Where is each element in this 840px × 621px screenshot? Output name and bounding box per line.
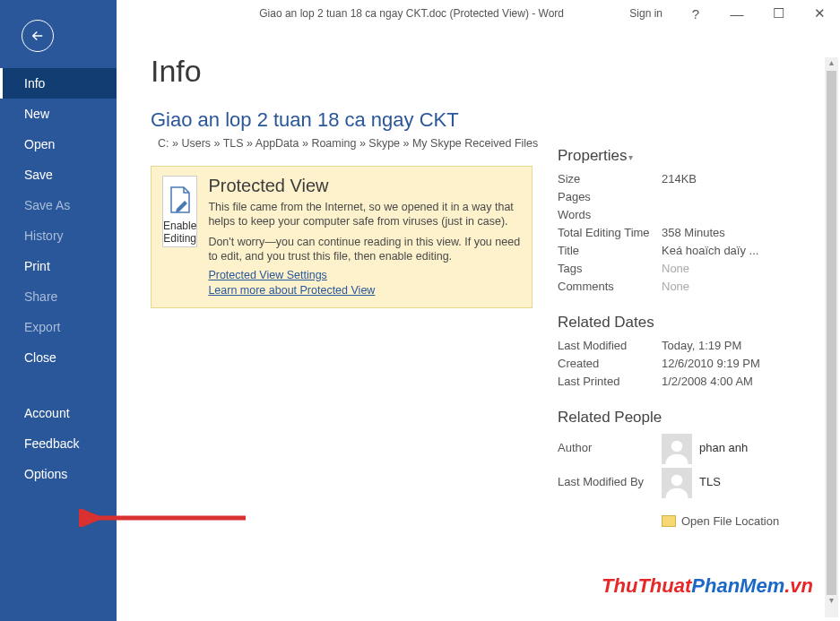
enable-label-1: Enable [163,220,196,232]
nav-share: Share [0,281,117,312]
protected-view-learn-link[interactable]: Learn more about Protected View [208,284,521,297]
svg-point-0 [671,441,683,453]
document-title: Giao an lop 2 tuan 18 ca ngay CKT [151,108,840,132]
nav-label: Options [24,467,67,481]
nav-label: History [24,229,64,243]
prop-words: Words [558,208,791,221]
enable-editing-button[interactable]: Enable Editing [162,176,197,247]
nav-label: New [24,107,49,121]
back-arrow-icon [30,28,46,44]
watermark: ThuThuatPhanMem.vn [602,574,813,598]
nav-label: Print [24,259,50,273]
prop-editing-time: Total Editing Time358 Minutes [558,226,791,239]
chevron-down-icon: ▾ [628,152,633,162]
page-heading: Info [151,54,840,89]
nav-feedback[interactable]: Feedback [0,428,117,459]
avatar-icon [662,468,692,498]
vertical-scrollbar[interactable]: ▴ ▾ [825,57,838,617]
minimize-button[interactable]: — [716,6,758,22]
nav-export: Export [0,312,117,342]
open-file-location-link[interactable]: Open File Location [662,514,791,528]
protected-view-text: Protected View This file came from the I… [208,176,521,297]
prop-comments: CommentsNone [558,280,791,293]
prop-size: Size214KB [558,172,791,185]
nav-save-as: Save As [0,190,117,220]
nav-close[interactable]: Close [0,342,117,373]
maximize-button[interactable]: ☐ [758,5,799,22]
scroll-down-icon[interactable]: ▾ [825,595,838,608]
nav-history: History [0,220,117,251]
modified-by-label: Last Modified By [558,468,662,488]
nav-new[interactable]: New [0,99,117,129]
scroll-up-icon[interactable]: ▴ [825,57,838,71]
properties-heading[interactable]: Properties▾ [558,147,791,165]
prop-pages: Pages [558,190,791,203]
svg-point-1 [671,475,683,487]
modified-by-name: TLS [699,468,721,488]
nav-label: Export [24,320,60,334]
author-label: Author [558,434,662,454]
nav-label: Close [24,350,56,365]
date-printed: Last Printed1/2/2008 4:00 AM [558,375,791,388]
related-dates-heading: Related Dates [558,314,791,332]
sign-in-link[interactable]: Sign in [617,7,675,20]
enable-editing-icon [168,185,193,214]
nav-open[interactable]: Open [0,129,117,160]
nav-label: Share [24,289,57,304]
protected-view-para2: Don't worry—you can continue reading in … [208,235,521,264]
properties-column: Properties▾ Size214KB Pages Words Total … [558,147,791,528]
nav-options[interactable]: Options [0,459,117,489]
nav-account[interactable]: Account [0,398,117,428]
nav-label: Feedback [24,436,79,451]
window-title: Giao an lop 2 tuan 18 ca ngay CKT.doc (P… [117,7,617,20]
back-button[interactable] [22,20,54,52]
date-modified: Last ModifiedToday, 1:19 PM [558,339,791,352]
properties-label: Properties [558,147,627,164]
help-button[interactable]: ? [675,6,716,22]
scrollbar-thumb[interactable] [827,71,836,595]
prop-title: TitleKeá hoaïch daïy ... [558,244,791,257]
protected-view-para1: This file came from the Internet, so we … [208,200,521,229]
author-row: Author phan anh [558,434,791,464]
content-area: Info Giao an lop 2 tuan 18 ca ngay CKT C… [117,27,840,621]
nav-label: Open [24,137,55,151]
related-people-heading: Related People [558,409,791,427]
file-menu-sidebar: Info New Open Save Save As History Print… [0,0,117,621]
last-modified-by-row: Last Modified By TLS [558,468,791,498]
prop-tags: TagsNone [558,262,791,275]
date-created: Created12/6/2010 9:19 PM [558,357,791,370]
enable-label-2: Editing [163,232,196,245]
protected-view-settings-link[interactable]: Protected View Settings [208,269,521,281]
nav-info[interactable]: Info [0,68,117,99]
folder-icon [662,515,676,527]
protected-view-panel: Enable Editing Protected View This file … [151,166,533,308]
nav-label: Save [24,168,53,182]
author-name: phan anh [699,434,748,454]
nav-print[interactable]: Print [0,251,117,281]
nav-label: Account [24,406,70,420]
avatar-icon [662,434,692,464]
nav-save[interactable]: Save [0,160,117,190]
protected-view-title: Protected View [208,176,521,196]
open-file-location-label: Open File Location [681,514,779,528]
close-button[interactable]: ✕ [799,5,840,22]
nav-label: Info [24,76,45,91]
nav-label: Save As [24,198,70,212]
title-bar: Giao an lop 2 tuan 18 ca ngay CKT.doc (P… [117,0,840,27]
